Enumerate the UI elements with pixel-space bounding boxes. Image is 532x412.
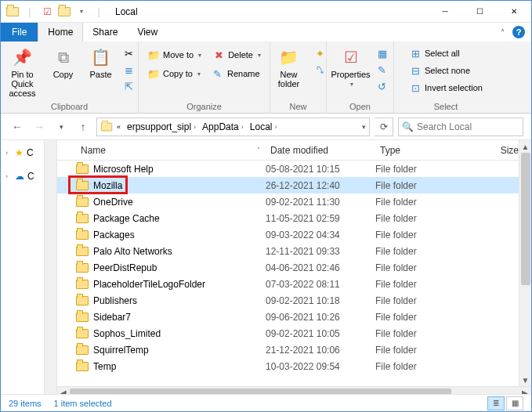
new-folder-button[interactable]: 📁 New folder: [269, 45, 309, 89]
delete-icon: ✖: [212, 49, 225, 61]
quick-access-toolbar: | ☑ ▾ |: [1, 5, 110, 19]
file-date: 11-05-2021 02:59: [266, 213, 375, 224]
file-date: 26-12-2021 12:40: [266, 180, 375, 191]
copy-path-button[interactable]: ≣: [121, 63, 137, 77]
crumb-2[interactable]: Local›: [248, 121, 280, 132]
file-name: Publishers: [93, 295, 137, 306]
paste-label: Paste: [89, 70, 111, 79]
file-type: File folder: [375, 164, 477, 175]
folder-icon: [76, 181, 89, 190]
address-bar: ← → ▾ ↑ « erpsupport_sipl› AppData› Loca…: [1, 114, 531, 140]
column-type[interactable]: Type: [375, 145, 477, 156]
tab-view[interactable]: View: [128, 23, 168, 42]
select-none-button[interactable]: ⊟Select none: [407, 63, 484, 78]
easy-access-button[interactable]: ⭛: [313, 63, 328, 77]
table-row[interactable]: PeerDistRepub04-06-2021 02:46File folder: [57, 259, 531, 276]
close-button[interactable]: ✕: [497, 1, 531, 23]
file-name: SquirrelTemp: [93, 345, 149, 356]
select-none-icon: ⊟: [409, 64, 422, 77]
qat-separator: |: [92, 5, 106, 19]
copy-button[interactable]: ⧉ Copy: [46, 45, 81, 79]
details-view-button[interactable]: ≣: [487, 396, 505, 410]
history-button[interactable]: ↺: [375, 79, 390, 93]
rename-button[interactable]: ✎Rename: [210, 67, 262, 81]
recent-locations-button[interactable]: ▾: [52, 118, 70, 136]
move-to-button[interactable]: 📁Move to▾: [146, 48, 203, 62]
help-icon[interactable]: ?: [512, 26, 525, 38]
file-type: File folder: [375, 312, 477, 323]
scroll-down-button[interactable]: ▼: [519, 374, 531, 386]
column-size[interactable]: Size: [477, 145, 524, 156]
crumb-1[interactable]: AppData›: [200, 121, 246, 132]
table-row[interactable]: SquirrelTemp21-12-2021 10:06File folder: [57, 342, 531, 358]
table-row[interactable]: Palo Alto Networks12-11-2021 09:33File f…: [57, 243, 531, 259]
file-type: File folder: [375, 279, 477, 290]
item-count: 29 items: [9, 399, 42, 408]
table-row[interactable]: Sidebar709-06-2021 10:26File folder: [57, 309, 531, 325]
qat-separator: |: [23, 5, 37, 19]
table-row[interactable]: Temp10-03-2022 09:54File folder: [57, 358, 531, 374]
view-switcher: ≣ ▦: [487, 396, 523, 410]
pin-quick-access-button[interactable]: 📌 Pin to Quick access: [2, 45, 43, 98]
folder-icon: [76, 263, 89, 273]
table-row[interactable]: PlaceholderTileLogoFolder07-03-2022 08:1…: [57, 276, 531, 292]
back-button[interactable]: ←: [9, 118, 26, 136]
vertical-scrollbar[interactable]: ▲ ▼: [519, 140, 531, 386]
collapse-ribbon-icon[interactable]: ˄: [501, 28, 505, 37]
table-row[interactable]: Mozilla26-12-2021 12:40File folder: [57, 177, 531, 193]
crumb-0[interactable]: erpsupport_sipl›: [125, 121, 198, 132]
tab-home[interactable]: Home: [38, 23, 83, 42]
icons-view-button[interactable]: ▦: [506, 396, 523, 410]
open-button[interactable]: ▦: [375, 46, 390, 60]
folder-icon: [76, 329, 89, 338]
properties-qat-icon[interactable]: ☑: [40, 5, 54, 19]
select-all-button[interactable]: ⊞Select all: [407, 46, 484, 60]
paste-button[interactable]: 📋 Paste: [84, 45, 118, 79]
search-input[interactable]: 🔍 Search Local: [398, 117, 523, 136]
table-row[interactable]: Packages09-03-2022 04:34File folder: [57, 226, 531, 243]
minimize-button[interactable]: ─: [428, 1, 462, 23]
group-label-select: Select: [399, 100, 493, 113]
refresh-button[interactable]: ⟳: [375, 117, 393, 136]
navigation-pane[interactable]: ›★C ›☁C: [1, 140, 57, 399]
table-row[interactable]: Microsoft Help05-08-2021 10:15File folde…: [57, 161, 531, 177]
addr-dropdown-icon[interactable]: ▾: [362, 123, 366, 131]
properties-button[interactable]: ☑ Properties ▾: [331, 45, 371, 88]
qat-dropdown-icon[interactable]: ▾: [74, 5, 89, 19]
scroll-up-button[interactable]: ▲: [519, 140, 531, 153]
nav-scrollbar[interactable]: [44, 140, 56, 399]
invert-selection-button[interactable]: ⊡Invert selection: [407, 81, 484, 95]
window-title: Local: [110, 6, 428, 17]
file-type: File folder: [375, 246, 477, 257]
tab-file[interactable]: File: [1, 23, 38, 42]
paste-shortcut-button[interactable]: ⇱: [121, 79, 137, 93]
file-type: File folder: [375, 180, 477, 191]
easy-access-icon: ⭛: [314, 63, 327, 76]
shortcut-icon: ⇱: [123, 80, 136, 92]
column-headers: Name˄ Date modified Type Size: [57, 140, 531, 161]
table-row[interactable]: Publishers09-02-2021 10:18File folder: [57, 292, 531, 309]
cut-button[interactable]: ✂: [121, 46, 137, 60]
pin-icon: 📌: [12, 46, 34, 68]
copy-to-button[interactable]: 📁Copy to▾: [146, 67, 202, 81]
column-date[interactable]: Date modified: [266, 145, 375, 156]
maximize-button[interactable]: ☐: [462, 1, 497, 23]
breadcrumb[interactable]: « erpsupport_sipl› AppData› Local› ▾: [96, 117, 370, 136]
edit-button[interactable]: ✎: [375, 63, 390, 77]
up-button[interactable]: ↑: [74, 118, 92, 136]
file-list[interactable]: Microsoft Help05-08-2021 10:15File folde…: [57, 161, 531, 386]
column-name[interactable]: Name˄: [76, 145, 266, 156]
new-item-button[interactable]: ✦: [313, 46, 328, 60]
table-row[interactable]: OneDrive09-02-2021 11:30File folder: [57, 193, 531, 210]
folder-icon: [76, 280, 89, 289]
folder-icon: [5, 5, 20, 19]
tab-share[interactable]: Share: [83, 23, 128, 42]
scroll-thumb[interactable]: [521, 153, 530, 285]
ribbon-tabs: File Home Share View ˄ ?: [1, 23, 531, 42]
delete-button[interactable]: ✖Delete▾: [211, 48, 262, 62]
scissors-icon: ✂: [123, 47, 136, 60]
table-row[interactable]: Package Cache11-05-2021 02:59File folder: [57, 210, 531, 226]
table-row[interactable]: Sophos_Limited09-02-2021 10:05File folde…: [57, 325, 531, 342]
forward-button[interactable]: →: [31, 118, 48, 136]
file-date: 05-08-2021 10:15: [266, 164, 375, 175]
